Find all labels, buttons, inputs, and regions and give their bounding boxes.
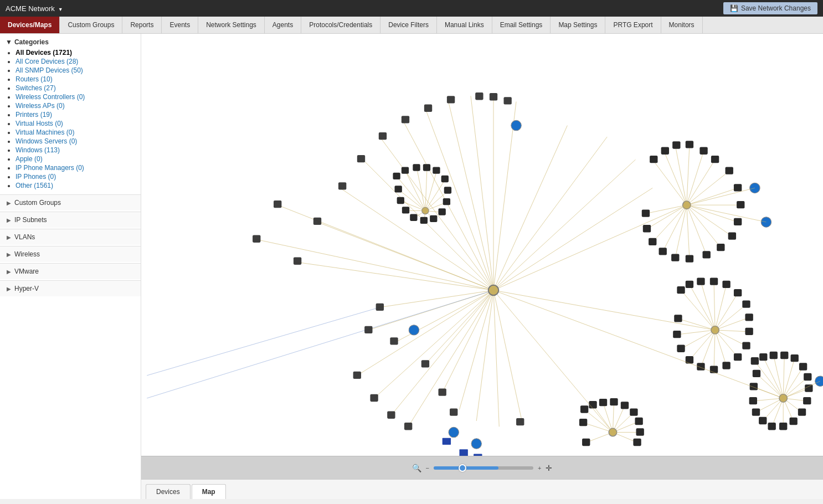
tab-reports[interactable]: Reports bbox=[122, 17, 162, 33]
svg-rect-211 bbox=[475, 92, 483, 100]
tab-devices-maps[interactable]: Devices/Maps bbox=[0, 17, 60, 33]
svg-rect-108 bbox=[710, 366, 718, 373]
svg-rect-135 bbox=[770, 352, 778, 359]
svg-rect-241 bbox=[450, 408, 457, 415]
category-ip-phone-managers[interactable]: IP Phone Managers (0) bbox=[16, 163, 141, 172]
svg-rect-68 bbox=[671, 254, 679, 261]
category-wireless-aps[interactable]: Wireless APs (0) bbox=[16, 101, 141, 110]
svg-rect-205 bbox=[430, 215, 437, 222]
tab-custom-groups[interactable]: Custom Groups bbox=[60, 17, 122, 33]
category-windows[interactable]: Windows (113) bbox=[16, 146, 141, 155]
sidebar-group-custom-groups-header[interactable]: ▶ Custom Groups bbox=[0, 195, 141, 210]
svg-rect-107 bbox=[722, 362, 730, 369]
wireless-arrow: ▶ bbox=[7, 251, 11, 258]
svg-rect-169 bbox=[621, 402, 629, 409]
category-windows-servers[interactable]: Windows Servers (0) bbox=[16, 137, 141, 146]
svg-rect-203 bbox=[443, 198, 450, 205]
app-title: ACME Network bbox=[6, 4, 55, 13]
sidebar-group-wireless-header[interactable]: ▶ Wireless bbox=[0, 246, 141, 262]
tab-email-settings[interactable]: Email Settings bbox=[492, 17, 551, 33]
svg-rect-197 bbox=[402, 167, 409, 173]
svg-rect-206 bbox=[420, 217, 428, 224]
svg-point-75 bbox=[761, 217, 771, 227]
svg-rect-67 bbox=[686, 255, 693, 262]
category-all-devices[interactable]: All Devices (1721) bbox=[16, 48, 141, 57]
svg-rect-198 bbox=[413, 164, 420, 171]
svg-rect-101 bbox=[734, 289, 742, 296]
bottom-tabs: Devices Map bbox=[141, 479, 823, 499]
category-other[interactable]: Other (1561) bbox=[16, 181, 141, 190]
sidebar-group-vmware-header[interactable]: ▶ VMware bbox=[0, 264, 141, 279]
svg-point-151 bbox=[815, 376, 823, 386]
tab-network-settings[interactable]: Network Settings bbox=[198, 17, 265, 33]
tab-prtg-export[interactable]: PRTG Export bbox=[605, 17, 661, 33]
svg-rect-149 bbox=[750, 383, 758, 390]
svg-rect-168 bbox=[610, 398, 618, 405]
svg-rect-212 bbox=[490, 93, 497, 100]
bottom-tab-map[interactable]: Map bbox=[192, 484, 226, 499]
tab-agents[interactable]: Agents bbox=[265, 17, 301, 33]
category-printers[interactable]: Printers (19) bbox=[16, 110, 141, 119]
svg-rect-100 bbox=[722, 281, 730, 288]
sidebar-group-ip-subnets-header[interactable]: ▶ IP Subnets bbox=[0, 212, 141, 228]
svg-rect-220 bbox=[313, 218, 321, 225]
tabbar: Devices/Maps Custom Groups Reports Event… bbox=[0, 17, 823, 34]
svg-rect-215 bbox=[447, 96, 455, 103]
app-name: ACME Network bbox=[6, 4, 63, 13]
category-virtual-hosts[interactable]: Virtual Hosts (0) bbox=[16, 119, 141, 128]
category-ip-phones[interactable]: IP Phones (0) bbox=[16, 172, 141, 181]
category-all-core-devices[interactable]: All Core Devices (28) bbox=[16, 57, 141, 66]
category-virtual-machines[interactable]: Virtual Machines (0) bbox=[16, 128, 141, 137]
svg-rect-167 bbox=[599, 399, 607, 406]
svg-rect-209 bbox=[397, 197, 404, 204]
tab-events[interactable]: Events bbox=[162, 17, 198, 33]
zoom-minus-icon[interactable]: 🔍 bbox=[412, 464, 421, 472]
sidebar-group-ip-subnets: ▶ IP Subnets bbox=[0, 212, 141, 228]
tab-manual-links[interactable]: Manual Links bbox=[437, 17, 492, 33]
svg-rect-148 bbox=[749, 397, 757, 404]
zoom-slider[interactable] bbox=[434, 466, 533, 470]
tab-device-filters[interactable]: Device Filters bbox=[380, 17, 437, 33]
category-apple[interactable]: Apple (0) bbox=[16, 155, 141, 163]
vmware-arrow: ▶ bbox=[7, 269, 11, 275]
svg-rect-134 bbox=[759, 353, 767, 361]
svg-rect-230 bbox=[474, 454, 482, 456]
svg-rect-150 bbox=[753, 370, 760, 377]
svg-rect-70 bbox=[649, 238, 656, 245]
svg-rect-102 bbox=[742, 301, 750, 308]
svg-rect-208 bbox=[402, 207, 409, 213]
zoom-minus-label[interactable]: − bbox=[426, 465, 429, 471]
zoom-plus-label[interactable]: + bbox=[538, 465, 541, 471]
svg-rect-104 bbox=[745, 328, 753, 335]
categories-collapse-arrow[interactable]: ▼ bbox=[6, 38, 12, 46]
svg-rect-207 bbox=[410, 214, 417, 221]
main-content: ▼ Categories All Devices (1721) All Core… bbox=[0, 34, 823, 499]
sidebar-group-vlans: ▶ VLANs bbox=[0, 229, 141, 245]
zoom-slider-thumb[interactable] bbox=[459, 464, 466, 472]
bottom-tab-devices[interactable]: Devices bbox=[146, 484, 191, 499]
svg-rect-140 bbox=[805, 384, 812, 392]
save-button[interactable]: 💾 Save Network Changes bbox=[723, 2, 817, 14]
app-dropdown-icon[interactable] bbox=[57, 4, 63, 13]
tab-protocols-credentials[interactable]: Protocols/Credentials bbox=[301, 17, 380, 33]
zoom-crosshair-icon[interactable]: ✛ bbox=[546, 464, 552, 472]
wireless-label: Wireless bbox=[14, 250, 40, 258]
ip-subnets-arrow: ▶ bbox=[7, 217, 11, 223]
category-switches[interactable]: Switches (27) bbox=[16, 84, 141, 92]
map-canvas[interactable] bbox=[141, 34, 823, 456]
svg-rect-144 bbox=[779, 423, 787, 430]
svg-rect-112 bbox=[673, 331, 681, 338]
category-all-snmp-devices[interactable]: All SNMP Devices (50) bbox=[16, 66, 141, 75]
svg-rect-196 bbox=[393, 173, 400, 179]
category-wireless-controllers[interactable]: Wireless Controllers (0) bbox=[16, 92, 141, 101]
sidebar-group-hyper-v-header[interactable]: ▶ Hyper-V bbox=[0, 281, 141, 296]
svg-rect-105 bbox=[742, 342, 750, 349]
tab-monitors[interactable]: Monitors bbox=[661, 17, 703, 33]
category-routers[interactable]: Routers (10) bbox=[16, 75, 141, 84]
sidebar-group-vlans-header[interactable]: ▶ VLANs bbox=[0, 229, 141, 245]
tab-map-settings[interactable]: Map Settings bbox=[551, 17, 605, 33]
svg-rect-204 bbox=[439, 208, 446, 215]
save-label: Save Network Changes bbox=[741, 4, 811, 12]
svg-rect-61 bbox=[734, 184, 742, 191]
svg-rect-145 bbox=[768, 423, 775, 430]
